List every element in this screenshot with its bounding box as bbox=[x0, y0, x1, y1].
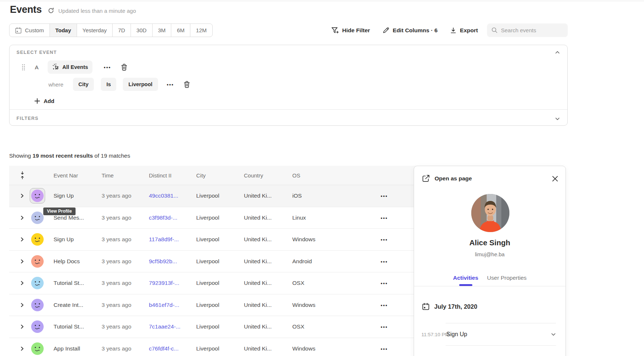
row-more-icon[interactable]: ••• bbox=[381, 193, 388, 199]
expand-row-chevron[interactable] bbox=[20, 346, 24, 351]
add-clause-button[interactable]: Add bbox=[34, 96, 54, 105]
user-avatar-selected[interactable] bbox=[30, 188, 45, 203]
distinct-id-link[interactable]: c76fdf4f-c... bbox=[149, 345, 179, 352]
city-cell: Liverpool bbox=[196, 302, 219, 308]
expand-row-chevron[interactable] bbox=[20, 194, 24, 198]
user-avatar[interactable] bbox=[31, 299, 44, 311]
distinct-id-link[interactable]: b461ef7d-... bbox=[149, 302, 179, 308]
where-label: where bbox=[48, 81, 63, 88]
tab-today[interactable]: Today bbox=[50, 24, 77, 37]
tab-custom[interactable]: Custom bbox=[10, 24, 50, 37]
more-icon[interactable]: ••• bbox=[104, 65, 111, 70]
filter-operator-chip[interactable]: Is bbox=[101, 78, 116, 91]
distinct-id-link[interactable]: 49cc0381... bbox=[149, 192, 178, 199]
event-selector-button[interactable]: All Events bbox=[48, 60, 92, 74]
row-more-icon[interactable]: ••• bbox=[381, 302, 388, 308]
row-more-icon[interactable]: ••• bbox=[381, 324, 388, 330]
filter-value-chip[interactable]: Liverpool bbox=[123, 78, 158, 91]
os-cell: OSX bbox=[292, 323, 304, 330]
os-cell: Windows bbox=[292, 302, 315, 308]
user-avatar[interactable] bbox=[31, 233, 44, 246]
tab-12m[interactable]: 12M bbox=[190, 24, 212, 37]
tab-label: 30D bbox=[136, 27, 147, 33]
tab-yesterday[interactable]: Yesterday bbox=[77, 24, 112, 37]
profile-email: limuj@he.ba bbox=[414, 252, 566, 257]
tab-6m[interactable]: 6M bbox=[171, 24, 190, 37]
page-title: Events bbox=[10, 4, 42, 15]
filter-property-chip[interactable]: City bbox=[73, 78, 94, 91]
tab-7d[interactable]: 7D bbox=[112, 24, 131, 37]
profile-photo-image bbox=[471, 194, 509, 232]
search-events-box[interactable] bbox=[487, 23, 568, 37]
close-icon[interactable] bbox=[552, 176, 558, 181]
expand-row-chevron[interactable] bbox=[20, 237, 24, 242]
event-name: Tutorial St... bbox=[54, 323, 84, 330]
chevron-up-icon[interactable] bbox=[555, 50, 560, 56]
refresh-icon[interactable] bbox=[48, 7, 54, 14]
trash-icon[interactable] bbox=[121, 64, 127, 71]
tab-activities[interactable]: Activities bbox=[453, 269, 478, 286]
drag-handle-icon[interactable] bbox=[21, 64, 26, 71]
tab-3m[interactable]: 3M bbox=[152, 24, 171, 37]
user-avatar[interactable] bbox=[31, 342, 44, 355]
avatar-face-icon bbox=[31, 190, 44, 202]
export-button[interactable]: Export bbox=[450, 27, 478, 34]
user-avatar[interactable] bbox=[31, 320, 44, 333]
row-more-icon[interactable]: ••• bbox=[381, 215, 388, 220]
date-range-tabs: Custom Today Yesterday 7D 30D 3M 6M 12M bbox=[9, 23, 213, 37]
trash-icon[interactable] bbox=[184, 81, 190, 88]
chevron-down-icon[interactable] bbox=[555, 116, 560, 123]
distinct-id-link[interactable]: 7c1aae24-... bbox=[149, 323, 180, 330]
os-cell: Linux bbox=[292, 214, 306, 221]
expand-row-chevron[interactable] bbox=[20, 302, 24, 307]
filter-property-label: City bbox=[78, 81, 88, 87]
os-cell: Windows bbox=[292, 236, 315, 243]
row-more-icon[interactable]: ••• bbox=[381, 258, 388, 264]
row-more-icon[interactable]: ••• bbox=[381, 280, 388, 286]
table-row[interactable]: Create Int... 3 years ago b461ef7d-... L… bbox=[9, 294, 426, 316]
event-name: Sign Up bbox=[54, 192, 74, 199]
expand-row-chevron[interactable] bbox=[20, 324, 24, 329]
tab-30d[interactable]: 30D bbox=[131, 24, 152, 37]
table-row[interactable]: Tutorial St... 3 years ago 7923913f-... … bbox=[9, 272, 426, 294]
event-time: 3 years ago bbox=[102, 323, 131, 330]
distinct-id-link[interactable]: 117a8d9f-... bbox=[149, 236, 179, 243]
events-table: Event Nar Time Distinct II City Country … bbox=[9, 166, 426, 356]
distinct-id-link[interactable]: c3f98f3d-... bbox=[149, 214, 178, 221]
pencil-icon bbox=[383, 27, 389, 34]
event-time: 3 years ago bbox=[102, 214, 131, 221]
column-header-os: OS bbox=[292, 172, 300, 179]
chevron-down-icon[interactable] bbox=[551, 332, 556, 337]
tab-user-properties[interactable]: User Properties bbox=[487, 269, 527, 286]
more-icon[interactable]: ••• bbox=[167, 82, 174, 87]
user-avatar[interactable] bbox=[31, 212, 44, 224]
expand-row-chevron[interactable] bbox=[20, 215, 24, 220]
search-input[interactable] bbox=[501, 27, 563, 33]
row-more-icon[interactable]: ••• bbox=[381, 237, 388, 242]
avatar-face-icon bbox=[31, 277, 44, 289]
table-row[interactable]: Tutorial St... 3 years ago 7c1aae24-... … bbox=[9, 316, 426, 338]
edit-columns-button[interactable]: Edit Columns · 6 bbox=[383, 27, 438, 34]
user-avatar[interactable] bbox=[31, 255, 44, 268]
event-name: App Install bbox=[54, 345, 80, 352]
row-more-icon[interactable]: ••• bbox=[381, 346, 388, 351]
distinct-id-link[interactable]: 9cf5b92b... bbox=[149, 258, 177, 265]
table-row[interactable]: Sign Up 3 years ago 117a8d9f-... Liverpo… bbox=[9, 229, 426, 251]
table-row[interactable]: Help Docs 3 years ago 9cf5b92b... Liverp… bbox=[9, 251, 426, 273]
table-row[interactable]: App Install 3 years ago c76fdf4f-c... Li… bbox=[9, 338, 426, 356]
activity-row[interactable]: 11:57:10 PM Sign Up bbox=[414, 323, 566, 345]
profile-photo bbox=[471, 194, 509, 232]
table-row[interactable]: Sign Up 3 years ago 49cc0381... Liverpoo… bbox=[9, 185, 426, 207]
country-cell: United Ki... bbox=[244, 214, 272, 221]
calendar-icon bbox=[422, 303, 429, 310]
user-avatar[interactable] bbox=[31, 277, 44, 289]
country-cell: United Ki... bbox=[244, 280, 272, 286]
city-cell: Liverpool bbox=[196, 214, 219, 221]
collapse-rows-icon[interactable] bbox=[20, 171, 25, 179]
avatar-face-icon bbox=[31, 212, 44, 224]
expand-row-chevron[interactable] bbox=[20, 281, 24, 286]
hide-filter-button[interactable]: Hide Filter bbox=[331, 27, 370, 34]
expand-row-chevron[interactable] bbox=[20, 259, 24, 264]
distinct-id-link[interactable]: 7923913f-... bbox=[149, 280, 179, 286]
open-as-page-button[interactable]: Open as page bbox=[422, 175, 472, 182]
